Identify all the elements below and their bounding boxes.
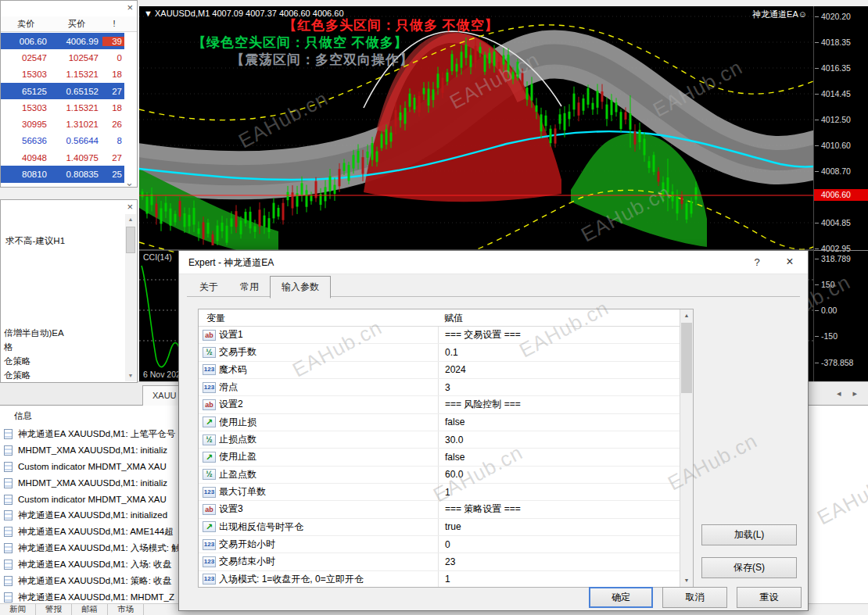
parameter-value[interactable]: 2024 [438, 364, 680, 375]
log-text: Custom indicator MHDMT_XMA XAU [18, 495, 167, 504]
scale-label: 4020.20 [814, 12, 868, 21]
market-watch-row[interactable]: 56636 0.56644 8 [1, 133, 124, 149]
navigator-item[interactable]: 仓策略 [4, 370, 31, 381]
scale-label: 4002.95 [814, 244, 868, 253]
chevron-down-icon[interactable]: ⌄ [125, 177, 134, 188]
parameter-row[interactable]: ↗ 出现相反信号时平仓 true [199, 519, 680, 536]
table-scrollbar[interactable]: ▲ ▼ [680, 309, 693, 587]
terminal-tab[interactable]: 市场 [108, 604, 144, 615]
string-icon: ab [203, 399, 216, 410]
sell-price: 02547 [1, 53, 51, 63]
parameter-value[interactable]: 23 [438, 556, 680, 567]
parameter-value[interactable]: === 策略设置 === [438, 502, 680, 516]
parameter-value[interactable]: true [438, 521, 680, 532]
terminal-tab[interactable]: 新闻 [0, 604, 36, 615]
dialog-tab[interactable]: 常用 [229, 277, 270, 298]
buy-price: 102547 [51, 53, 102, 63]
parameter-name: 设置2 [219, 398, 438, 411]
parameter-value[interactable]: 0 [438, 539, 680, 550]
terminal-tab[interactable]: 警报 [36, 604, 72, 615]
parameter-value[interactable]: false [438, 452, 680, 463]
parameter-row[interactable]: 123 最大订单数 1 [199, 484, 680, 501]
parameter-row[interactable]: ab 设置3 === 策略设置 === [199, 501, 680, 518]
ea-name-label: 神龙通道EA☺ [752, 9, 807, 20]
parameter-row[interactable]: 123 滑点 3 [199, 379, 680, 396]
buy-price: 1.15321 [51, 103, 102, 113]
log-text: 神龙通道EA XAUUSDd,M1: MHDMT_Z [18, 592, 174, 603]
market-watch-row[interactable]: 15303 1.15321 18 [1, 99, 124, 116]
price-scale[interactable]: 4020.204018.354016.354014.454012.504010.… [813, 6, 868, 381]
parameter-name: 止损点数 [219, 433, 438, 446]
string-icon: ab [203, 504, 216, 515]
market-watch-row[interactable]: 65125 0.65152 27 [1, 83, 124, 99]
load-button[interactable]: 加载(L) [701, 524, 797, 545]
close-icon[interactable]: × [127, 202, 133, 213]
parameter-row[interactable]: ½ 交易手数 0.1 [199, 344, 680, 361]
parameter-value[interactable]: 30.0 [438, 434, 680, 445]
parameter-name: 入场模式: 1=收盘开仓, 0=立即开仓 [219, 573, 438, 586]
parameter-row[interactable]: ½ 止盈点数 60.0 [199, 467, 680, 484]
navigator-item[interactable]: 倍增半自动)EA [4, 327, 64, 339]
market-watch-row[interactable]: 02547 102547 0 [1, 49, 124, 66]
scrollbar-thumb[interactable] [126, 227, 135, 253]
column-header-variable[interactable]: 变量 [206, 309, 225, 327]
parameter-row[interactable]: 123 交易开始小时 0 [199, 536, 680, 553]
parameter-row[interactable]: ↗ 使用止损 false [199, 414, 680, 431]
symbol-dropdown-icon[interactable]: ▼ [144, 9, 152, 18]
parameter-row[interactable]: ½ 止损点数 30.0 [199, 431, 680, 449]
parameter-row[interactable]: ab 设置1 === 交易设置 === [199, 327, 680, 344]
sell-price: 80810 [1, 170, 51, 179]
parameter-row[interactable]: 123 入场模式: 1=收盘开仓, 0=立即开仓 1 [199, 571, 680, 587]
spread-value: 27 [102, 153, 124, 163]
scroll-up-icon[interactable]: ▲ [680, 309, 693, 322]
help-icon[interactable]: ? [744, 251, 770, 274]
market-watch-row[interactable]: 80810 0.80835 25 [1, 166, 124, 182]
close-icon[interactable]: × [127, 2, 133, 13]
parameter-row[interactable]: 123 交易结束小时 23 [199, 553, 680, 570]
column-header-spread[interactable]: ! [102, 16, 126, 31]
navigator-panel: × 求不高-建议H1 倍增半自动)EA格仓策略仓策略 ▲ ▼ [0, 199, 138, 383]
column-header-sell[interactable]: 卖价 [1, 16, 51, 31]
chart-annotation: 【震荡区间：多空双向操作】 [231, 51, 414, 69]
scroll-down-icon[interactable]: ▼ [680, 574, 693, 587]
market-watch-row[interactable]: 40948 1.40975 27 [1, 149, 124, 166]
column-header-value[interactable]: 赋值 [444, 309, 463, 327]
cancel-button[interactable]: 取消 [662, 587, 727, 608]
dialog-tab[interactable]: 输入参数 [270, 276, 331, 299]
close-icon[interactable]: × [777, 251, 803, 274]
scrollbar-thumb[interactable] [681, 323, 692, 393]
parameter-value[interactable]: false [438, 417, 680, 427]
navigator-item[interactable]: 仓策略 [4, 356, 31, 367]
double-icon: ½ [203, 347, 216, 358]
market-watch-row[interactable]: 30995 1.31021 26 [1, 116, 124, 132]
save-button[interactable]: 保存(S) [701, 557, 797, 578]
reset-button[interactable]: 重设 [737, 587, 802, 608]
parameter-value[interactable]: 0.1 [438, 347, 680, 358]
scale-label: 4004.85 [814, 218, 868, 227]
sell-price: 30995 [1, 120, 51, 129]
parameter-value[interactable]: 1 [438, 487, 680, 498]
scroll-down-icon[interactable]: ▼ [125, 370, 136, 381]
parameter-value[interactable]: === 风险控制 === [438, 398, 680, 411]
parameter-value[interactable]: === 交易设置 === [438, 328, 680, 341]
market-watch-row[interactable]: 15303 1.15321 18 [1, 66, 124, 83]
market-watch-row[interactable]: 006.60 4006.99 39 [1, 33, 124, 49]
dialog-titlebar[interactable]: Expert - 神龙通道EA ? × [179, 251, 808, 274]
parameter-row[interactable]: ↗ 使用止盈 false [199, 449, 680, 466]
navigator-scrollbar[interactable]: ▲ ▼ [125, 214, 136, 381]
ok-button[interactable]: 确定 [589, 587, 653, 608]
market-watch-panel: × 卖价 买价 ! 006.60 4006.99 39 02547 102547… [0, 0, 138, 188]
navigator-item[interactable]: 格 [4, 341, 13, 353]
parameter-value[interactable]: 60.0 [438, 469, 680, 480]
parameter-value[interactable]: 3 [438, 382, 680, 393]
parameter-value[interactable]: 1 [438, 574, 680, 585]
document-icon [4, 543, 13, 553]
column-header-buy[interactable]: 买价 [51, 16, 102, 31]
log-text: 神龙通道EA XAUUSDd,M1: 入场: 收盘 [18, 559, 171, 570]
tab-scroll-arrows-icon[interactable]: ◂ ▸ [837, 388, 862, 399]
scroll-up-icon[interactable]: ▲ [125, 214, 136, 225]
parameter-row[interactable]: 123 魔术码 2024 [199, 362, 680, 379]
parameter-row[interactable]: ab 设置2 === 风险控制 === [199, 396, 680, 413]
dialog-tab[interactable]: 关于 [188, 277, 229, 298]
terminal-tab[interactable]: 邮箱 [72, 604, 108, 615]
